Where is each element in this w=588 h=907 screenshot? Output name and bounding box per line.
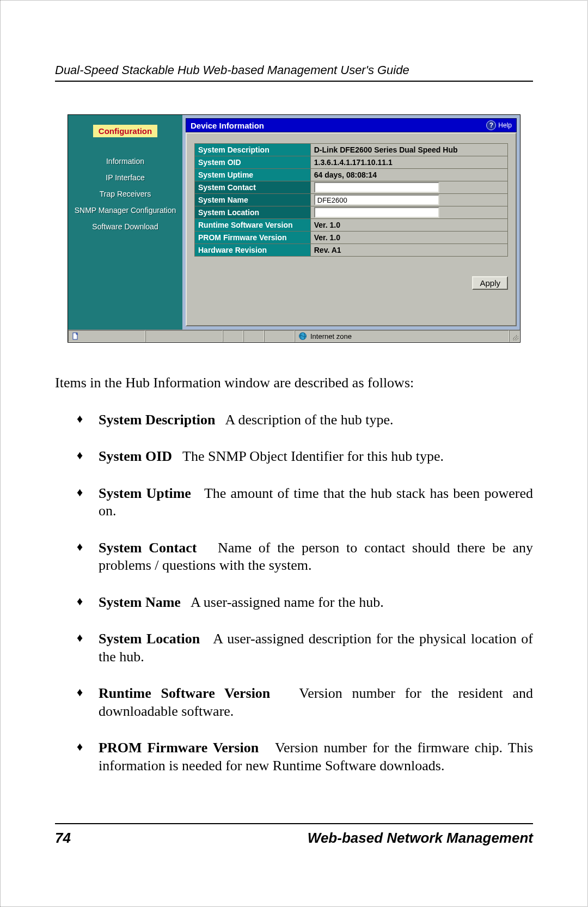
help-icon: ? [486,120,496,130]
table-row: Runtime Software VersionVer. 1.0 [195,219,508,232]
system-name-input[interactable] [314,194,439,205]
item-term: System Location [99,631,200,647]
list-item: PROM Firmware Version Version number for… [77,739,533,775]
sidebar-item-software-download[interactable]: Software Download [71,222,179,231]
list-item: System Contact Name of the person to con… [77,539,533,575]
sidebar-item-ip-interface[interactable]: IP Interface [71,173,179,182]
row-label: System Description [195,144,311,156]
status-bar: Internet zone [68,330,520,342]
row-label: PROM Firmware Version [195,232,311,244]
table-row: System OID1.3.6.1.4.1.171.10.11.1 [195,156,508,169]
item-desc: A user-assigned name for the hub. [191,594,384,610]
item-term: PROM Firmware Version [99,740,259,756]
table-row: System Contact [195,181,508,194]
table-row: System Name [195,194,508,206]
globe-icon [298,332,307,340]
row-value: Rev. A1 [310,244,507,257]
document-icon [72,332,79,340]
status-zone-label: Internet zone [310,332,352,340]
content-title: Device Information [191,121,264,130]
system-location-input[interactable] [314,207,439,218]
content-titlebar: Device Information ? Help [186,118,517,132]
sidebar-item-information[interactable]: Information [71,157,179,166]
table-row: Hardware RevisionRev. A1 [195,244,508,257]
item-term: System OID [99,448,172,464]
device-info-table: System DescriptionD-Link DFE2600 Series … [194,143,508,257]
row-value: D-Link DFE2600 Series Dual Speed Hub [310,144,507,156]
table-row: PROM Firmware VersionVer. 1.0 [195,232,508,244]
status-zone: Internet zone [295,330,509,342]
row-label: Hardware Revision [195,244,311,257]
row-label: System OID [195,156,311,169]
sidebar: Configuration Information IP Interface T… [68,115,182,330]
sidebar-item-snmp-manager[interactable]: SNMP Manager Configuration [71,206,179,215]
row-value: Ver. 1.0 [310,219,507,232]
row-value: Ver. 1.0 [310,232,507,244]
table-row: System Uptime64 days, 08:08:14 [195,169,508,181]
row-label: System Uptime [195,169,311,181]
apply-button[interactable]: Apply [472,276,508,290]
footer-section: Web-based Network Management [308,830,533,847]
row-label: System Name [195,194,311,206]
table-row: System DescriptionD-Link DFE2600 Series … [195,144,508,156]
item-desc: A description of the hub type. [225,412,394,428]
item-term: Runtime Software Version [99,685,270,701]
row-label: System Contact [195,181,311,194]
intro-text: Items in the Hub Information window are … [55,374,533,392]
item-term: System Uptime [99,485,191,501]
list-item: System Name A user-assigned name for the… [77,594,533,612]
help-button[interactable]: ? Help [486,120,512,130]
item-term: System Description [99,412,215,428]
sidebar-header: Configuration [93,125,157,137]
status-left [68,330,145,342]
item-term: System Contact [99,540,197,556]
content-panel: System DescriptionD-Link DFE2600 Series … [186,132,517,326]
sidebar-item-trap-receivers[interactable]: Trap Receivers [71,190,179,198]
screenshot-frame: Configuration Information IP Interface T… [68,114,520,343]
list-item: System Uptime The amount of time that th… [77,485,533,520]
item-desc: The SNMP Object Identifier for this hub … [182,448,444,464]
list-item: Runtime Software Version Version number … [77,685,533,720]
description-list: System Description A description of the … [55,411,533,775]
list-item: System Description A description of the … [77,411,533,429]
page-footer: 74 Web-based Network Management [55,823,533,847]
list-item: System OID The SNMP Object Identifier fo… [77,448,533,466]
help-label: Help [498,121,512,129]
row-value: 1.3.6.1.4.1.171.10.11.1 [310,156,507,169]
item-term: System Name [99,594,181,610]
resize-grip[interactable] [509,330,520,342]
table-row: System Location [195,206,508,219]
list-item: System Location A user-assigned descript… [77,630,533,666]
row-label: System Location [195,206,311,219]
row-value: 64 days, 08:08:14 [310,169,507,181]
page-header: Dual-Speed Stackable Hub Web-based Manag… [55,63,533,82]
system-contact-input[interactable] [314,182,439,193]
page-number: 74 [55,830,71,847]
row-label: Runtime Software Version [195,219,311,232]
